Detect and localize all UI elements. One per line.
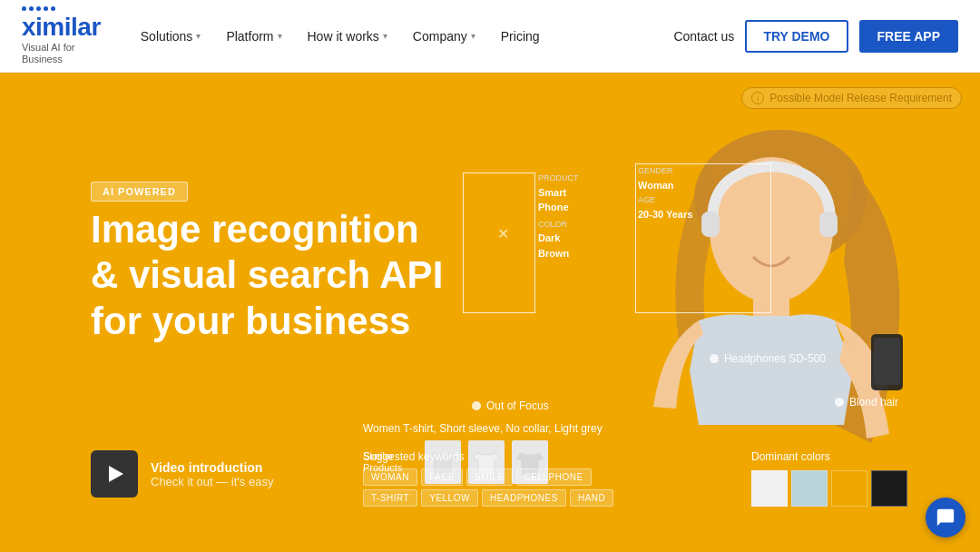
color-swatch-4 [871,470,907,507]
color-swatch-3 [831,470,867,507]
logo-subtitle: Visual AI for Business [22,42,101,65]
nav-solutions[interactable]: Solutions ▾ [130,22,212,51]
face-annotation-label: GENDER Woman AGE 20-30 Years [636,163,694,223]
cross-marker-icon: ✕ [497,225,509,242]
logo-dots [22,6,101,11]
keywords-box: Suggested keywords WOMAN FACE SMILE CELL… [363,450,617,507]
phone-annotation-label: PRODUCT Smart Phone COLOR Dark Brown [538,172,579,261]
annotation-dot [472,401,481,410]
color-swatches [751,470,907,507]
play-button[interactable] [91,450,138,498]
hero-headline: Image recognition & visual search API fo… [91,207,443,344]
keyword-cellphone[interactable]: CELLPHONE [516,468,592,486]
keyword-smile[interactable]: SMILE [466,468,513,486]
chevron-down-icon: ▾ [471,31,475,41]
main-nav: Solutions ▾ Platform ▾ How it works ▾ Co… [130,22,674,51]
header: ximilar Visual AI for Business Solutions… [0,0,980,73]
svg-rect-4 [819,212,838,237]
color-swatch-2 [791,470,828,507]
ai-powered-badge: AI POWERED [91,182,188,202]
color-swatch-1 [751,470,788,507]
play-icon [109,466,123,482]
keyword-yellow[interactable]: YELLOW [421,489,478,507]
logo-area: ximilar Visual AI for Business [22,6,101,65]
headphones-annotation: Headphones SD-500 [710,352,826,365]
hero-section: i Possible Model Release Requirement AI … [0,73,980,552]
logo-text[interactable]: ximilar [22,13,101,42]
svg-rect-6 [874,338,900,385]
chevron-down-icon: ▾ [383,31,387,41]
nav-company[interactable]: Company ▾ [402,22,486,51]
annotation-dot [835,398,844,407]
free-app-button[interactable]: FREE APP [859,20,959,53]
keyword-woman[interactable]: WOMAN [363,468,417,486]
chevron-down-icon: ▾ [278,31,282,41]
focus-annotation: Out of Focus [472,399,549,412]
video-text: Video introduction Check it out — it's e… [151,460,273,488]
chevron-down-icon: ▾ [196,31,201,41]
colors-box: Dominant colors [751,450,907,507]
keyword-headphones[interactable]: HEADPHONES [482,489,566,507]
try-demo-button[interactable]: TRY DEMO [745,20,848,53]
video-intro[interactable]: Video introduction Check it out — it's e… [91,450,273,498]
keyword-hand[interactable]: HAND [570,489,613,507]
nav-pricing[interactable]: Pricing [490,22,551,51]
tshirt-description: Women T-shirt, Short sleeve, No collar, … [363,422,603,435]
nav-actions: Contact us TRY DEMO FREE APP [673,20,958,53]
contact-link[interactable]: Contact us [673,29,734,44]
keyword-tshirt[interactable]: T-SHIRT [363,489,417,507]
nav-how-it-works[interactable]: How it works ▾ [297,22,398,51]
hair-annotation: Blond hair [835,396,898,409]
keyword-face[interactable]: FACE [421,468,463,486]
keyword-tags: WOMAN FACE SMILE CELLPHONE T-SHIRT YELLO… [363,468,617,507]
annotation-dot [710,354,719,363]
nav-platform[interactable]: Platform ▾ [215,22,292,51]
chat-bubble-button[interactable] [926,498,965,537]
phone-bounding-box: PRODUCT Smart Phone COLOR Dark Brown [463,172,535,313]
face-bounding-box: GENDER Woman AGE 20-30 Years [635,163,771,313]
